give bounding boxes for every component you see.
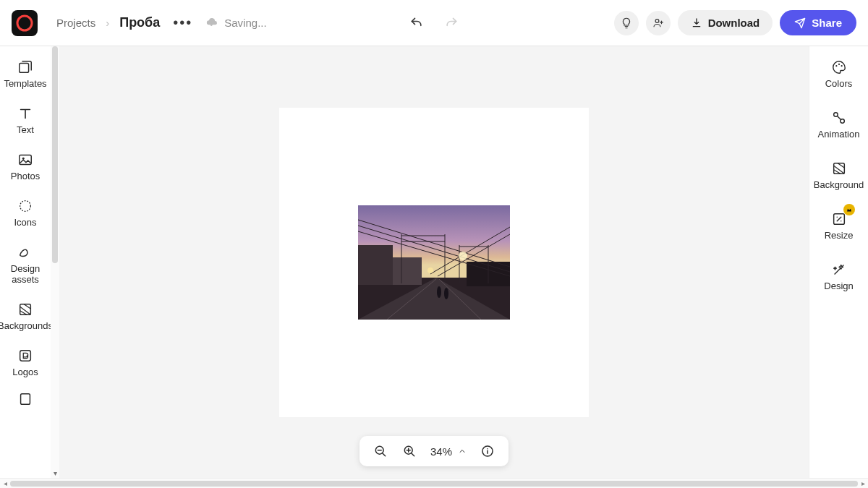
animation-icon — [831, 110, 847, 126]
download-button[interactable]: Download — [678, 10, 773, 35]
sidebar-label: Resize — [825, 231, 854, 241]
palette-icon — [831, 59, 847, 75]
sidebar-label: Design assets — [1, 264, 50, 286]
right-sidebar: Colors Animation Background Resize Desig… — [809, 46, 868, 478]
artboard[interactable] — [279, 108, 589, 417]
scroll-left-icon[interactable]: ◂ — [0, 479, 10, 487]
svg-point-24 — [833, 113, 838, 117]
svg-point-5 — [20, 200, 31, 211]
svg-rect-3 — [20, 155, 32, 164]
chevron-right-icon: › — [106, 17, 109, 29]
sidebar-item-backgrounds[interactable]: Backgrounds — [1, 301, 50, 332]
svg-rect-12 — [393, 257, 422, 285]
text-icon — [17, 106, 33, 121]
sidebar-item-animation[interactable]: Animation — [810, 110, 868, 140]
scroll-right-icon[interactable]: ▸ — [858, 479, 868, 487]
sidebar-label: Photos — [11, 171, 40, 182]
svg-rect-8 — [21, 393, 30, 404]
sidebar-label: Logos — [12, 367, 38, 378]
svg-point-23 — [841, 65, 842, 67]
svg-point-21 — [835, 65, 837, 67]
download-label: Download — [708, 17, 760, 29]
horizontal-scrollbar[interactable]: ◂ ▸ — [0, 478, 868, 488]
zoom-percent-label: 34% — [430, 445, 452, 458]
info-button[interactable] — [480, 443, 495, 459]
undo-button[interactable] — [404, 11, 429, 35]
share-button[interactable]: Share — [780, 10, 856, 35]
cloud-sync-icon — [205, 17, 218, 30]
svg-point-0 — [17, 16, 32, 30]
more-menu-button[interactable]: ••• — [173, 14, 192, 31]
svg-point-1 — [655, 19, 659, 22]
magic-wand-icon — [831, 262, 847, 278]
premium-badge-icon — [843, 204, 855, 215]
scrollbar-thumb[interactable] — [10, 481, 858, 487]
sidebar-label: Animation — [818, 129, 860, 140]
svg-point-16 — [437, 286, 441, 298]
svg-point-25 — [840, 119, 844, 124]
save-status: Saving... — [205, 17, 266, 30]
sidebar-label: Colors — [825, 79, 853, 90]
share-label: Share — [812, 17, 842, 29]
sidebar-label: Design — [824, 281, 853, 292]
breadcrumb-root[interactable]: Projects — [56, 17, 95, 29]
scrollbar-track[interactable] — [10, 481, 858, 487]
svg-point-22 — [838, 64, 839, 65]
logos-icon — [17, 348, 33, 364]
sidebar-label: Templates — [4, 79, 46, 90]
sidebar-item-resize[interactable]: Resize — [810, 211, 868, 241]
sidebar-item-photos[interactable]: Photos — [1, 152, 50, 182]
svg-rect-11 — [358, 245, 393, 285]
sidebar-item-design[interactable]: Design — [810, 262, 868, 292]
invite-button[interactable] — [646, 11, 671, 35]
canvas-area[interactable]: 34% — [59, 46, 809, 478]
download-icon — [691, 17, 702, 29]
svg-rect-2 — [20, 64, 29, 73]
zoom-in-button[interactable] — [401, 443, 417, 459]
chevron-up-icon — [458, 447, 467, 455]
svg-point-14 — [459, 252, 467, 260]
scrollbar-thumb[interactable] — [52, 46, 58, 263]
sidebar-item-text[interactable]: Text — [1, 106, 50, 136]
libraries-icon — [17, 391, 33, 407]
scroll-down-icon[interactable]: ▾ — [51, 469, 59, 478]
sidebar-item-more[interactable] — [1, 391, 50, 407]
sidebar-item-background[interactable]: Background — [810, 160, 868, 191]
sidebar-label: Text — [17, 125, 34, 136]
left-rail-scrollbar[interactable]: ▴ ▾ — [51, 46, 59, 478]
redo-button[interactable] — [439, 11, 464, 35]
icons-icon — [17, 198, 33, 214]
hint-button[interactable] — [614, 11, 639, 35]
photos-icon — [17, 152, 33, 168]
sidebar-item-templates[interactable]: Templates — [1, 59, 50, 90]
background-icon — [831, 160, 847, 176]
left-sidebar: Templates Text Photos Icons Design asset… — [0, 46, 51, 478]
sidebar-item-design-assets[interactable]: Design assets — [1, 244, 50, 286]
placed-photo[interactable] — [358, 205, 510, 320]
sidebar-label: Backgrounds — [0, 321, 51, 332]
sidebar-label: Background — [814, 180, 864, 191]
app-logo[interactable] — [12, 10, 38, 36]
share-icon — [794, 17, 806, 29]
zoom-percent-dropdown[interactable]: 34% — [430, 445, 467, 458]
project-title[interactable]: Проба — [119, 15, 160, 30]
sidebar-item-colors[interactable]: Colors — [810, 59, 868, 90]
breadcrumb: Projects › Проба — [56, 15, 160, 30]
backgrounds-icon — [17, 301, 33, 317]
sidebar-item-icons[interactable]: Icons — [1, 198, 50, 228]
sidebar-item-logos[interactable]: Logos — [1, 348, 50, 378]
templates-icon — [17, 59, 33, 75]
zoom-toolbar: 34% — [359, 436, 509, 466]
svg-point-15 — [427, 267, 433, 273]
svg-point-17 — [444, 288, 448, 299]
shapes-icon — [17, 244, 33, 260]
svg-rect-7 — [20, 350, 31, 361]
sidebar-label: Icons — [14, 218, 36, 228]
save-status-label: Saving... — [224, 17, 266, 29]
zoom-out-button[interactable] — [373, 443, 388, 459]
